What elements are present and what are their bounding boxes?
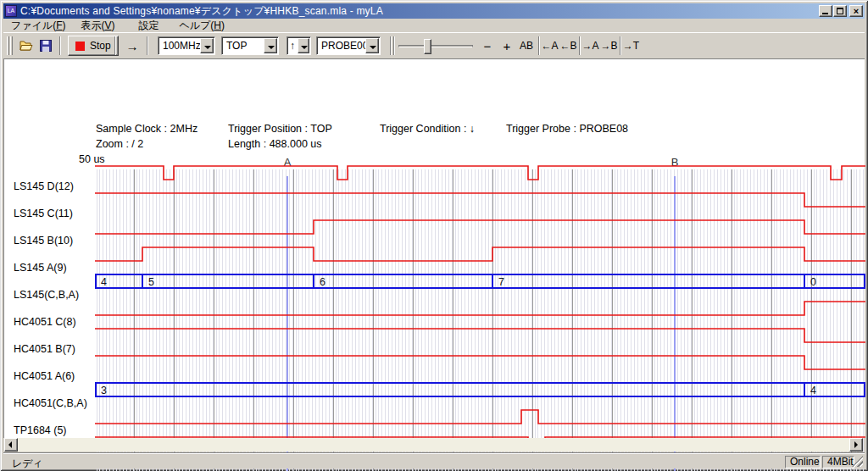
plus-icon: + — [504, 39, 511, 53]
online-status-badge: Online — [785, 456, 821, 468]
chevron-down-icon — [301, 46, 308, 49]
bus-value: 0 — [810, 276, 816, 288]
bus-value: 3 — [101, 385, 107, 396]
dropdown-button[interactable] — [298, 38, 309, 53]
channel-label: HC4051(C,B,A) — [14, 396, 87, 410]
zoom-out-button[interactable]: − — [478, 36, 497, 56]
bus-value: 4 — [810, 385, 816, 396]
waveform-trace — [95, 193, 865, 207]
toolbar-gripper[interactable] — [7, 36, 9, 55]
waveform-trace — [95, 329, 865, 342]
bus-value: 6 — [320, 276, 326, 288]
channel-label: TP1684 (5) — [14, 424, 67, 437]
save-button[interactable] — [36, 36, 56, 56]
bus-value: 5 — [148, 276, 154, 288]
menu-settings[interactable]: 設定 — [131, 18, 166, 34]
chevron-down-icon — [268, 46, 275, 49]
right-arrow-icon: → — [126, 39, 139, 53]
bus-trace — [96, 383, 865, 396]
scroll-right-button[interactable] — [849, 438, 863, 452]
toolbar-separator — [579, 36, 581, 55]
channel-label: HC4051 C(8) — [14, 315, 76, 329]
stop-icon — [75, 42, 85, 51]
minimize-icon — [822, 13, 828, 14]
dropdown-button[interactable] — [264, 38, 277, 53]
toolbar-separator — [390, 36, 392, 55]
waveform-trace — [95, 302, 865, 315]
toolbar-separator — [59, 36, 61, 55]
minimize-button[interactable] — [819, 5, 832, 17]
toolbar-gripper[interactable] — [10, 36, 13, 55]
maximize-icon — [837, 8, 843, 14]
dropdown-button[interactable] — [200, 38, 214, 53]
chevron-down-icon — [204, 46, 211, 49]
app-icon: LA — [5, 5, 17, 17]
chevron-down-icon — [370, 46, 376, 49]
trigger-position-info: Trigger Position : TOP — [228, 123, 332, 135]
waveform-trace — [95, 220, 865, 234]
waveform-trace — [95, 247, 865, 261]
status-message: レディ — [12, 457, 43, 471]
waveform-view: Sample Clock : 2MHz Trigger Position : T… — [3, 58, 865, 438]
bus-value: 7 — [498, 276, 504, 288]
zoom-in-button[interactable]: + — [498, 36, 515, 56]
channel-label: HC4051 A(6) — [14, 369, 75, 383]
trigger-condition-info: Trigger Condition : ↓ — [380, 123, 475, 135]
status-bar: レディ Online 4MBit — [3, 452, 865, 468]
open-folder-icon — [19, 40, 33, 52]
menu-help[interactable]: ヘルプ(H) — [171, 18, 232, 34]
toolbar: Stop → 100MHz TOP ↑ PROBE00 − + AB ←A ← — [3, 32, 865, 58]
close-icon: × — [850, 6, 862, 16]
close-button[interactable]: × — [849, 5, 863, 17]
toolbar-separator — [147, 36, 148, 55]
channel-label: LS145 A(9) — [14, 261, 67, 274]
zoom-slider-thumb[interactable] — [424, 39, 431, 54]
goto-marker-b-button[interactable]: ←B — [559, 36, 577, 56]
length-info: Length : 488.000 us — [228, 138, 322, 150]
menu-bar: ファイル(F) 表示(V) 設定 ヘルプ(H) — [3, 19, 865, 32]
channel-label: HC4051 B(7) — [14, 342, 75, 356]
scroll-left-button[interactable] — [4, 438, 18, 452]
triangle-right-icon — [854, 441, 858, 448]
ab-range-button[interactable]: AB — [516, 36, 537, 56]
triangle-left-icon — [8, 441, 12, 448]
trigger-probe-info: Trigger Probe : PROBE08 — [506, 123, 628, 135]
toolbar-separator — [114, 36, 116, 55]
goto-trigger-button[interactable]: →T — [622, 36, 640, 56]
toolbar-separator — [393, 36, 395, 55]
goto-marker-a-button[interactable]: ←A — [541, 36, 559, 56]
sample-clock-select[interactable]: 100MHz — [158, 36, 215, 55]
minus-icon: − — [484, 39, 492, 53]
menu-view[interactable]: 表示(V) — [73, 18, 122, 34]
trigger-probe-select[interactable]: PROBE00 — [316, 36, 381, 55]
zoom-slider-track[interactable] — [398, 45, 473, 47]
waveform-plot[interactable]: AB4567034 — [95, 154, 865, 471]
app-window: LA C:¥Documents and Settings¥noname¥デスクト… — [0, 0, 868, 471]
channel-label: LS145(C,B,A) — [14, 288, 79, 302]
channel-label: LS145 C(11) — [14, 207, 73, 220]
title-bar[interactable]: LA C:¥Documents and Settings¥noname¥デスクト… — [3, 3, 865, 19]
waveform-trace — [95, 356, 865, 369]
trigger-edge-select[interactable]: ↑ — [287, 36, 311, 55]
trigger-position-select[interactable]: TOP — [221, 36, 279, 55]
toolbar-separator — [538, 36, 540, 55]
waveform-trace — [95, 166, 865, 180]
dropdown-button[interactable] — [365, 38, 379, 53]
single-run-button[interactable]: → — [120, 36, 144, 56]
save-icon — [40, 40, 52, 52]
window-title: C:¥Documents and Settings¥noname¥デスクトップ¥… — [20, 4, 383, 19]
maximize-button[interactable] — [833, 5, 847, 17]
menu-file[interactable]: ファイル(F) — [3, 18, 73, 34]
sample-clock-info: Sample Clock : 2MHz — [96, 123, 198, 135]
toolbar-separator — [620, 36, 621, 55]
open-button[interactable] — [15, 36, 36, 56]
channel-label: LS145 B(10) — [14, 234, 73, 247]
horizontal-scrollbar[interactable] — [4, 438, 863, 452]
waveform-trace — [95, 410, 865, 424]
move-marker-a-button[interactable]: →A — [581, 36, 599, 56]
bus-value: 4 — [101, 276, 107, 288]
zoom-info: Zoom : / 2 — [96, 138, 143, 150]
move-marker-b-button[interactable]: →B — [600, 36, 618, 56]
stop-button[interactable]: Stop — [68, 36, 119, 56]
bus-trace — [96, 274, 865, 288]
